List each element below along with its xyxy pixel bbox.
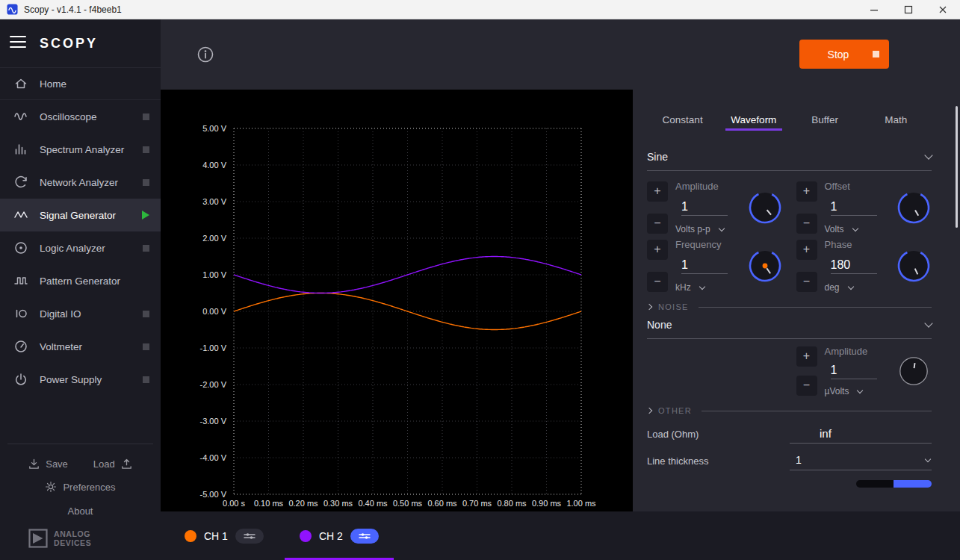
frequency-value[interactable]: 1 bbox=[681, 258, 728, 274]
phase-decrement-button[interactable]: − bbox=[796, 272, 817, 292]
tab-buffer[interactable]: Buffer bbox=[790, 114, 861, 125]
line-thickness-select[interactable]: 1 bbox=[790, 454, 932, 470]
amplitude-unit-value: Volts p-p bbox=[675, 224, 710, 234]
amplitude-increment-button[interactable]: + bbox=[647, 181, 668, 202]
frequency-control: + − Frequency 1 kHz bbox=[647, 238, 783, 293]
oscilloscope-icon bbox=[13, 108, 29, 125]
adjust-icon bbox=[358, 532, 371, 540]
sidebar-item-signal-generator[interactable]: Signal Generator bbox=[0, 199, 161, 231]
running-indicator bbox=[142, 211, 149, 220]
minimize-button[interactable] bbox=[857, 0, 891, 19]
titlebar: Scopy - v1.4.1 - f4beeb1 bbox=[0, 0, 960, 19]
noise-amplitude-increment-button[interactable]: + bbox=[796, 346, 817, 367]
sidebar-item-digital-io[interactable]: Digital IO bbox=[0, 297, 161, 330]
svg-text:-5.00 V: -5.00 V bbox=[200, 490, 227, 499]
svg-text:0.40 ms: 0.40 ms bbox=[358, 499, 388, 508]
amplitude-decrement-button[interactable]: − bbox=[647, 214, 668, 234]
svg-text:-4.00 V: -4.00 V bbox=[200, 453, 227, 462]
window-title: Scopy - v1.4.1 - f4beeb1 bbox=[24, 4, 857, 15]
chevron-down-icon bbox=[857, 388, 863, 393]
frequency-unit-select[interactable]: kHz bbox=[675, 282, 740, 293]
tab-waveform[interactable]: Waveform bbox=[718, 114, 789, 125]
channel-2-settings-toggle[interactable] bbox=[350, 529, 379, 544]
stop-button[interactable]: Stop bbox=[799, 40, 889, 69]
amplitude-unit-select[interactable]: Volts p-p bbox=[675, 224, 740, 234]
phase-value[interactable]: 180 bbox=[831, 258, 877, 274]
chevron-right-icon bbox=[646, 304, 652, 310]
channel-1-settings-toggle[interactable] bbox=[235, 529, 264, 544]
offset-unit-select[interactable]: Volts bbox=[825, 224, 889, 234]
brand-line1: ANALOG bbox=[54, 529, 91, 538]
channel-2-label: CH 2 bbox=[319, 530, 343, 542]
chevron-down-icon bbox=[925, 456, 931, 462]
stop-button-label: Stop bbox=[828, 49, 849, 60]
offset-increment-button[interactable]: + bbox=[796, 181, 817, 202]
sidebar-item-logic-analyzer[interactable]: Logic Analyzer bbox=[0, 231, 161, 264]
phase-increment-button[interactable]: + bbox=[796, 240, 817, 260]
svg-text:4.00 V: 4.00 V bbox=[202, 161, 226, 169]
sidebar-item-voltmeter[interactable]: Voltmeter bbox=[0, 330, 161, 363]
power-supply-icon bbox=[13, 371, 29, 388]
info-icon[interactable] bbox=[196, 46, 214, 63]
channel-bar: CH 1 CH 2 bbox=[161, 511, 960, 560]
save-button[interactable]: Save bbox=[28, 458, 68, 470]
load-ohm-label: Load (Ohm) bbox=[647, 429, 699, 444]
sidebar-item-label: Network Analyzer bbox=[40, 177, 118, 188]
noise-amplitude-decrement-button[interactable]: − bbox=[796, 376, 817, 396]
about-button[interactable]: About bbox=[0, 496, 161, 521]
noise-amplitude-unit-select[interactable]: µVolts bbox=[825, 386, 889, 396]
phase-knob[interactable] bbox=[896, 238, 932, 293]
sidebar-item-home[interactable]: Home bbox=[0, 67, 161, 100]
phase-unit-select[interactable]: deg bbox=[825, 282, 889, 293]
frequency-increment-button[interactable]: + bbox=[647, 240, 668, 260]
noise-amplitude-value[interactable]: 1 bbox=[831, 364, 877, 379]
sidebar-item-spectrum-analyzer[interactable]: Spectrum Analyzer bbox=[0, 133, 161, 166]
sidebar-item-label: Digital IO bbox=[40, 308, 81, 320]
frequency-knob[interactable] bbox=[747, 238, 783, 293]
chevron-down-icon bbox=[924, 151, 932, 159]
offset-value[interactable]: 1 bbox=[831, 200, 877, 216]
sidebar-item-pattern-generator[interactable]: Pattern Generator bbox=[0, 264, 161, 297]
chevron-down-icon bbox=[924, 319, 932, 327]
preferences-button[interactable]: Preferences bbox=[0, 473, 161, 496]
phase-control: + − Phase 180 deg bbox=[796, 238, 932, 293]
noise-section-header[interactable]: NOISE bbox=[647, 302, 932, 311]
sidebar-item-power-supply[interactable]: Power Supply bbox=[0, 363, 161, 396]
panel-slider[interactable] bbox=[856, 480, 932, 488]
phase-unit-value: deg bbox=[825, 282, 840, 293]
load-button[interactable]: Load bbox=[93, 458, 133, 470]
stopped-indicator bbox=[143, 343, 149, 350]
channel-1-tab[interactable]: CH 1 bbox=[167, 511, 282, 560]
amplitude-knob[interactable] bbox=[747, 180, 783, 235]
other-section-header[interactable]: OTHER bbox=[647, 406, 932, 415]
panel-scrollbar[interactable] bbox=[956, 106, 958, 228]
offset-decrement-button[interactable]: − bbox=[796, 214, 817, 234]
svg-text:0.00 s: 0.00 s bbox=[223, 499, 245, 508]
sidebar-item-oscilloscope[interactable]: Oscilloscope bbox=[0, 100, 161, 133]
offset-control: + − Offset 1 Volts bbox=[796, 180, 932, 235]
frequency-decrement-button[interactable]: − bbox=[647, 272, 668, 292]
signal-plot[interactable]: 0.00 s0.10 ms0.20 ms0.30 ms0.40 ms0.50 m… bbox=[161, 90, 633, 511]
noise-amplitude-control: + − Amplitude 1 µVolts bbox=[796, 345, 932, 397]
close-button[interactable] bbox=[926, 0, 960, 19]
channel-1-label: CH 1 bbox=[204, 530, 228, 542]
channel-2-tab[interactable]: CH 2 bbox=[282, 511, 397, 560]
hamburger-menu-button[interactable] bbox=[10, 35, 26, 52]
section-divider bbox=[699, 307, 932, 308]
chevron-down-icon bbox=[718, 225, 724, 231]
noise-type-select[interactable]: None bbox=[647, 319, 932, 339]
slider-handle[interactable] bbox=[894, 480, 932, 488]
sidebar-item-network-analyzer[interactable]: Network Analyzer bbox=[0, 166, 161, 199]
waveform-type-select[interactable]: Sine bbox=[647, 151, 932, 171]
load-ohm-row: Load (Ohm) inf bbox=[647, 427, 932, 444]
maximize-button[interactable] bbox=[891, 0, 926, 19]
offset-knob[interactable] bbox=[896, 180, 932, 235]
svg-text:-1.00 V: -1.00 V bbox=[200, 343, 227, 352]
svg-text:0.80 ms: 0.80 ms bbox=[497, 499, 527, 508]
tab-constant[interactable]: Constant bbox=[647, 114, 718, 125]
load-ohm-input[interactable]: inf bbox=[790, 427, 932, 444]
noise-amplitude-knob[interactable] bbox=[896, 345, 932, 397]
tab-math[interactable]: Math bbox=[861, 114, 932, 125]
amplitude-value[interactable]: 1 bbox=[681, 200, 728, 216]
svg-text:0.60 ms: 0.60 ms bbox=[427, 499, 457, 508]
